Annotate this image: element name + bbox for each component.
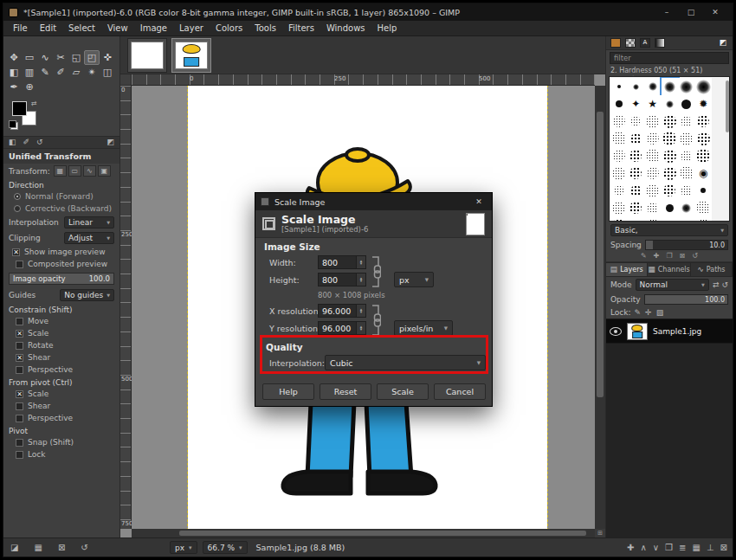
zoom-dropdown[interactable]: 66.7 % [203,541,248,554]
brush-thumbnail[interactable] [678,95,695,113]
tab-paths[interactable]: ∿ Paths [691,263,733,276]
brush-thumbnail[interactable] [678,164,695,182]
menu-file[interactable]: File [7,22,34,35]
pivot-perspective-checkbox[interactable]: Perspective [3,412,119,424]
brush-thumbnail[interactable] [695,113,713,130]
brush-thumbnail[interactable] [644,164,662,182]
lock-pixels-icon[interactable]: ✎ [635,309,642,317]
horizontal-scrollbar[interactable] [132,529,595,537]
mode-dropdown[interactable]: Normal [636,279,709,291]
brush-thumbnail[interactable]: ✹ [695,95,713,113]
brush-thumbnail[interactable] [610,78,628,95]
unit-dropdown[interactable]: px [394,272,434,287]
dialog-interpolation-dropdown[interactable]: Cubic [325,355,486,370]
title-bar[interactable]: *[Sample1] (imported)-6.0 (RGB color 8-b… [3,3,733,21]
menu-layer[interactable]: Layer [173,22,210,35]
dialog-close-button[interactable]: ✕ [471,197,487,206]
brush-thumbnail[interactable] [695,199,713,216]
tool-crop-icon[interactable]: ◱ [68,50,84,65]
clipping-dropdown[interactable]: Adjust [64,232,114,244]
guides-dropdown[interactable]: No guides [60,289,114,301]
brush-thumbnail[interactable] [662,95,679,113]
transform-image-icon[interactable]: ▣ [98,165,111,177]
tab-channels[interactable]: ▦ Channels [648,263,691,276]
delete-brush-icon[interactable]: ⊠ [680,253,686,260]
brush-thumbnail[interactable] [628,130,645,147]
add-mask-icon[interactable]: ▦ [692,544,700,552]
constrain-shear-checkbox[interactable]: Shear [3,351,119,364]
tool-airbrush-icon[interactable]: ✴ [84,65,100,80]
tool-zoom-icon[interactable]: ⊕ [22,80,37,94]
brush-thumbnail[interactable] [610,182,628,199]
show-image-preview-checkbox[interactable]: Show image preview [3,246,119,258]
brush-thumbnail[interactable] [610,95,628,113]
menu-colors[interactable]: Colors [210,22,249,35]
tool-pencil-icon[interactable]: ✎ [37,65,53,80]
chain-link-icon[interactable] [371,256,381,287]
delete-layer-icon[interactable]: ⊠ [720,544,727,552]
transform-path-icon[interactable]: ∿ [83,165,96,177]
raise-layer-icon[interactable]: ∧ [640,544,646,552]
brush-thumbnail[interactable] [662,78,679,95]
menu-select[interactable]: Select [62,22,101,35]
constrain-scale-checkbox[interactable]: Scale [3,327,119,339]
tool-move-icon[interactable]: ✥ [6,50,22,65]
pivot-scale-checkbox[interactable]: Scale [3,388,119,400]
brush-thumbnail[interactable] [695,182,713,199]
menu-view[interactable]: View [101,22,134,35]
fonts-tab-icon[interactable]: A [640,38,650,48]
interpolation-dropdown[interactable]: Linear [64,216,114,229]
color-selector[interactable]: ⇄ [10,101,48,132]
tool-ink-icon[interactable]: ✒ [6,80,22,94]
tool-gradient-icon[interactable]: ▥ [22,65,37,80]
refresh-brushes-icon[interactable]: ↺ [692,253,698,260]
brush-thumbnail[interactable] [678,78,695,95]
anchor-icon[interactable]: ⊥ [707,544,714,552]
layer-row-sample1[interactable]: Sample1.jpg [606,319,733,344]
menu-image[interactable]: Image [134,22,173,35]
brush-thumbnail[interactable] [610,113,628,130]
brush-thumbnail[interactable] [695,78,713,95]
lock-alpha-icon[interactable]: ▨ [656,309,664,317]
new-brush-icon[interactable]: ✚ [654,253,660,260]
pivot-snap-checkbox[interactable]: Snap (Shift) [3,436,119,448]
delete-icon[interactable]: ⊠ [58,544,65,552]
brush-thumbnail[interactable] [695,130,713,147]
transform-layer-icon[interactable]: ▦ [54,165,67,177]
scale-button[interactable]: Scale [377,383,429,400]
brush-thumbnail[interactable] [662,147,679,164]
brush-thumbnail[interactable] [678,130,695,147]
patterns-tab-icon[interactable] [625,38,636,48]
gradients-tab-icon[interactable] [655,38,665,48]
undo-history-tab-icon[interactable]: ↺ [36,138,43,146]
reset-icon[interactable]: ↺ [81,544,87,552]
tool-free-select-icon[interactable]: ∿ [37,50,53,65]
spinner-arrows-icon[interactable] [356,322,365,334]
transform-selection-icon[interactable]: ▭ [68,165,81,177]
duplicate-brush-icon[interactable]: ❐ [666,253,672,260]
tool-scissors-select-icon[interactable]: ✂ [53,50,68,65]
vertical-scrollbar[interactable] [595,86,605,529]
brush-thumbnail[interactable] [662,182,679,199]
brush-thumbnail[interactable] [644,147,662,164]
brush-thumbnail[interactable] [678,182,695,199]
reset-mode-icon[interactable]: ↺ [721,281,728,289]
reset-button[interactable]: Reset [320,383,371,400]
ruler-corner[interactable] [120,74,132,86]
navigation-icon[interactable]: ⊞ [595,529,605,537]
brush-thumbnail[interactable] [662,216,679,222]
canvas-area[interactable]: 0 250 500 750 0 250 500 750 [120,36,605,537]
lower-layer-icon[interactable]: ∨ [653,544,659,552]
y-resolution-input[interactable]: 96.000 [318,321,366,335]
menu-edit[interactable]: Edit [34,22,62,35]
composited-preview-checkbox[interactable]: Composited preview [3,258,119,270]
dock-menu-icon[interactable]: ◩ [107,138,114,146]
brush-thumbnail[interactable] [678,147,695,164]
tool-options-tab-icon[interactable]: ◧ [9,138,16,146]
save-dock-icon[interactable]: ◪ [10,544,18,552]
brush-thumbnail[interactable] [662,130,679,147]
cancel-button[interactable]: Cancel [434,383,486,400]
unit-dropdown-statusbar[interactable]: px [170,541,197,554]
pivot-lock-checkbox[interactable]: Lock [3,448,119,460]
brush-thumbnail[interactable] [610,147,628,164]
